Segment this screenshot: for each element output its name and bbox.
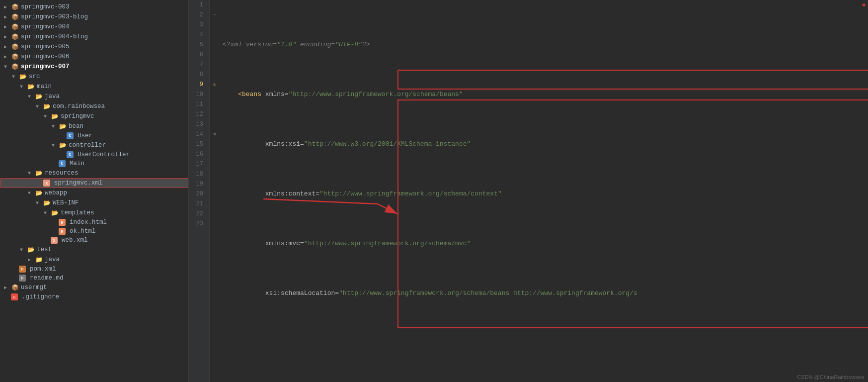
sidebar-item-test[interactable]: test bbox=[0, 245, 188, 255]
sidebar-item-springmvc-005[interactable]: 📦 springmvc-005 bbox=[0, 42, 188, 52]
sidebar-item-label: webapp bbox=[45, 190, 67, 196]
arrow-icon bbox=[36, 104, 42, 109]
folder-icon bbox=[43, 199, 51, 207]
module-icon: 📦 bbox=[11, 63, 19, 71]
folder-icon bbox=[19, 73, 27, 81]
sidebar-item-pom-xml[interactable]: M pom.xml bbox=[0, 265, 188, 274]
module-icon: 📦 bbox=[11, 23, 19, 31]
sidebar-item-springmvc-003[interactable]: 📦 springmvc-003 bbox=[0, 2, 188, 12]
sidebar-item-java-folder[interactable]: java bbox=[0, 92, 188, 101]
sidebar-item-label: com.rainbowsea bbox=[53, 103, 105, 110]
folder-icon bbox=[35, 189, 43, 197]
sidebar-item-springmvc-006[interactable]: 📦 springmvc-006 bbox=[0, 52, 188, 62]
arrow-icon bbox=[28, 171, 34, 176]
sidebar-item-index-html[interactable]: H index.html bbox=[0, 218, 188, 227]
arrow-icon bbox=[28, 191, 34, 196]
line-num-7: 7 bbox=[189, 60, 206, 70]
sidebar-item-label: main bbox=[37, 83, 52, 90]
sidebar-item-test-java[interactable]: java bbox=[0, 255, 188, 265]
git-file-icon: G bbox=[11, 293, 18, 300]
sidebar-item-springmvc-007[interactable]: 📦 springmvc-007 bbox=[0, 62, 188, 72]
sidebar-item-label: springmvc-004 bbox=[21, 23, 70, 30]
sidebar-item-label: index.html bbox=[70, 219, 107, 226]
sidebar-item-usercontroller[interactable]: C UserController bbox=[0, 150, 188, 159]
sidebar-item-com-rainbowsea[interactable]: com.rainbowsea bbox=[0, 101, 188, 111]
html-file-icon: H bbox=[59, 219, 66, 226]
line-num-8: 8 bbox=[189, 70, 206, 80]
file-tree[interactable]: 📦 springmvc-003 📦 springmvc-003-blog 📦 s… bbox=[0, 0, 189, 382]
code-content[interactable]: <?xml version="1.0" encoding="UTF-8"?> ●… bbox=[219, 0, 868, 382]
md-file-icon: M bbox=[19, 275, 26, 282]
sidebar-item-label: usermgt bbox=[21, 284, 47, 291]
java-class-icon: C bbox=[59, 160, 66, 167]
line-num-21: 21 bbox=[189, 199, 206, 209]
sidebar-item-src[interactable]: src bbox=[0, 72, 188, 82]
sidebar-item-label: UserController bbox=[78, 151, 130, 158]
line-num-1: 1 bbox=[189, 0, 206, 10]
arrow-icon bbox=[20, 84, 26, 90]
xml-file-icon: X bbox=[43, 180, 50, 187]
line-num-22: 22 bbox=[189, 209, 206, 219]
sidebar-item-usermgt[interactable]: 📦 usermgt bbox=[0, 283, 188, 292]
fold-column: − ⚠ ◀ bbox=[210, 0, 219, 382]
sidebar-item-main-class[interactable]: C Main bbox=[0, 159, 188, 168]
line-num-11: 11 bbox=[189, 99, 206, 109]
sidebar-item-springmvc-pkg[interactable]: springmvc bbox=[0, 111, 188, 121]
sidebar-item-springmvc-xml[interactable]: X springmvc.xml bbox=[0, 178, 188, 188]
sidebar-item-ok-html[interactable]: H ok.html bbox=[0, 227, 188, 236]
sidebar-item-templates[interactable]: templates bbox=[0, 208, 188, 218]
arrow-icon bbox=[52, 124, 58, 129]
sidebar-item-resources[interactable]: resources bbox=[0, 168, 188, 178]
code-line-3: xmlns:xsi="http://www.w3.org/2001/XMLSch… bbox=[219, 139, 868, 149]
java-class-icon: C bbox=[67, 132, 74, 139]
sidebar-item-webinf[interactable]: WEB-INF bbox=[0, 198, 188, 208]
sidebar-item-webapp[interactable]: webapp bbox=[0, 188, 188, 198]
xml-file-icon: X bbox=[51, 237, 58, 244]
java-class-icon: C bbox=[67, 151, 74, 158]
line-num-23: 23 bbox=[189, 219, 206, 229]
package-icon bbox=[59, 122, 67, 130]
line-num-15: 15 bbox=[189, 139, 206, 149]
module-icon: 📦 bbox=[11, 43, 19, 51]
sidebar-item-readme-md[interactable]: M readme.md bbox=[0, 274, 188, 283]
folder-icon bbox=[35, 93, 43, 100]
sidebar-item-label: springmvc-007 bbox=[21, 63, 70, 70]
sidebar-item-label: springmvc-006 bbox=[21, 53, 70, 60]
sidebar-item-label: bean bbox=[69, 123, 83, 130]
sidebar-item-label: src bbox=[29, 73, 40, 80]
code-line-4: xmlns:context="http://www.springframewor… bbox=[219, 189, 868, 199]
sidebar-item-bean[interactable]: bean bbox=[0, 121, 188, 131]
sidebar-item-label: test bbox=[37, 246, 52, 253]
line-num-13: 13 bbox=[189, 119, 206, 129]
code-line-5: xmlns:mvc="http://www.springframework.or… bbox=[219, 239, 868, 249]
sidebar-item-controller[interactable]: controller bbox=[0, 140, 188, 150]
arrow-icon bbox=[4, 34, 10, 40]
module-icon: 📦 bbox=[11, 284, 19, 291]
sidebar-item-label: templates bbox=[61, 209, 94, 216]
arrow-icon bbox=[4, 24, 10, 30]
sidebar-item-main-folder[interactable]: main bbox=[0, 82, 188, 92]
arrow-icon bbox=[20, 247, 26, 253]
line-num-9: 9 bbox=[189, 80, 206, 90]
arrow-icon bbox=[4, 285, 10, 290]
sidebar-item-springmvc-003-blog[interactable]: 📦 springmvc-003-blog bbox=[0, 12, 188, 22]
line-num-16: 16 bbox=[189, 149, 206, 159]
folder-icon bbox=[27, 246, 35, 254]
sidebar-item-label: Main bbox=[70, 160, 84, 167]
line-num-10: 10 bbox=[189, 90, 206, 99]
sidebar-item-springmvc-004[interactable]: 📦 springmvc-004 bbox=[0, 22, 188, 32]
sidebar-item-springmvc-004-blog[interactable]: 📦 springmvc-004-blog bbox=[0, 32, 188, 42]
sidebar-item-label: springmvc-004-blog bbox=[21, 33, 88, 40]
package-icon bbox=[51, 112, 59, 120]
package-icon bbox=[59, 141, 67, 149]
sidebar-item-gitignore[interactable]: G .gitignore bbox=[0, 292, 188, 301]
sidebar-item-web-xml[interactable]: X web.xml bbox=[0, 236, 188, 245]
sidebar-item-user-class[interactable]: C User bbox=[0, 131, 188, 140]
code-editor[interactable]: 1 2 3 4 5 6 7 8 9 10 11 12 13 14 15 16 1… bbox=[189, 0, 868, 382]
line-num-17: 17 bbox=[189, 159, 206, 169]
sidebar-item-label: web.xml bbox=[62, 237, 88, 244]
sidebar-item-label: controller bbox=[69, 142, 106, 149]
sidebar-item-label: pom.xml bbox=[30, 266, 56, 273]
line-num-18: 18 bbox=[189, 169, 206, 179]
module-icon: 📦 bbox=[11, 3, 19, 11]
